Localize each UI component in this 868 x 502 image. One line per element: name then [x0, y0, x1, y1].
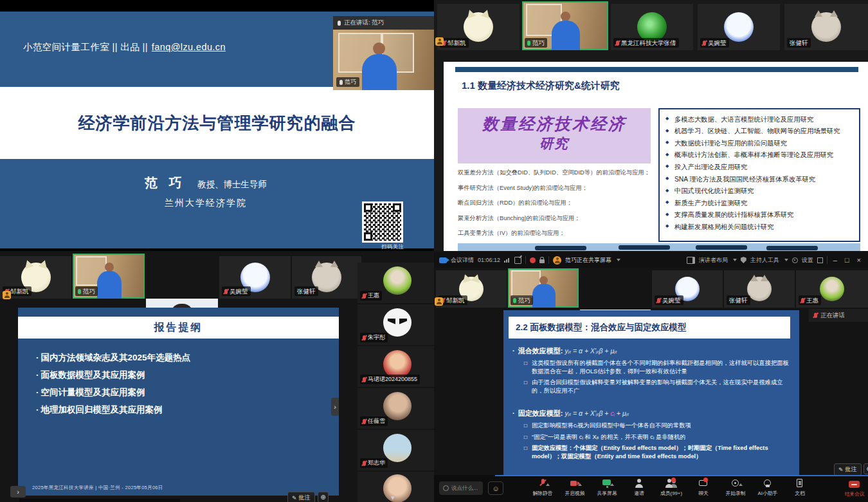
zoom-button[interactable]: ⊕	[863, 463, 868, 474]
participant-tile[interactable]: 吴婉莹	[219, 256, 291, 299]
record-button[interactable]: 开始录制	[722, 478, 749, 497]
chevron-up-icon[interactable]	[578, 483, 582, 486]
chevron-up-icon[interactable]	[610, 483, 614, 486]
mic-muted-icon	[363, 461, 366, 466]
share-screen-button[interactable]: 共享屏幕	[593, 478, 620, 497]
speaker-name: 范 巧	[145, 176, 186, 190]
divider	[827, 256, 827, 264]
invite-button[interactable]: 邀请	[626, 478, 653, 497]
participant-name: 范巧	[345, 78, 356, 86]
slide-speaker-band: 范 巧 教授、博士生导师 兰州大学经济学院 扫码关注	[0, 159, 434, 248]
minimize-button[interactable]: –	[831, 257, 839, 264]
participant-name: 范巧	[83, 287, 95, 295]
participant-tile[interactable]: 任薇雪	[357, 388, 437, 429]
chevron-up-icon[interactable]	[739, 483, 743, 486]
zoom-button[interactable]: ⊕	[318, 492, 329, 502]
mic-muted-icon	[363, 419, 366, 424]
document-icon	[793, 478, 806, 488]
divider	[548, 256, 549, 264]
chevron-down-icon	[784, 259, 788, 261]
quadrant-meeting-top: 邹新凯 范巧 黑龙江科技大学张倩 吴婉莹 张健轩 1.1 数量经济技术经济研究&…	[434, 0, 868, 251]
notification-badge	[703, 478, 708, 482]
ai-assistant-button[interactable]: AI小助手	[754, 478, 781, 497]
speaker-video-overlay[interactable]: 正在讲话: 范巧 范巧	[333, 16, 434, 90]
participant-name: 黑龙江科技大学张倩	[621, 39, 676, 47]
emoji-button[interactable]: ☺	[488, 481, 503, 495]
outline-item: 面板数据模型及其应用案例	[36, 366, 190, 384]
participant-tile[interactable]: 张健轩	[724, 270, 795, 308]
meeting-timer: 01:06:12	[478, 257, 500, 263]
participant-tile[interactable]: 范巧	[522, 1, 608, 50]
tool-label: 邀请	[626, 490, 653, 497]
participant-tile[interactable]: 范巧	[73, 254, 145, 299]
mic-muted-icon	[536, 478, 549, 488]
chat-button[interactable]: 聊天	[690, 478, 717, 497]
speaking-indicator: 正在讲话	[809, 309, 868, 322]
person-figure	[373, 42, 385, 55]
tool-label: AI小助手	[754, 490, 781, 497]
share-window-icon[interactable]	[514, 257, 521, 264]
participant-name: 范巧	[518, 296, 530, 304]
topic-item: 多模态大数据、大语言模型统计理论及应用研究	[665, 115, 854, 124]
fullscreen-icon[interactable]	[817, 257, 823, 263]
participant-tile[interactable]: 邹新凯	[436, 270, 507, 308]
annotate-button[interactable]: ✎ 批注	[834, 463, 862, 476]
participant-name: 邹新凯	[10, 287, 29, 295]
annotate-button[interactable]: ✎ 批注	[287, 492, 315, 502]
participant-name: 任薇雪	[368, 417, 385, 425]
mic-active-icon	[527, 41, 530, 46]
end-meeting-button[interactable]: 结束会议	[841, 480, 868, 497]
mixed-bullet: 由于混合回归模型假设解释变量对被解释变量的影响与横截面个体无关，这在现实中是很难…	[524, 378, 793, 395]
meeting-details-button[interactable]: 会议详情	[451, 256, 474, 265]
participant-tile[interactable]: 张健轩	[292, 256, 361, 299]
participant-tile[interactable]: 王惠	[357, 263, 437, 303]
topic-item: 新质生产力统计监测研究	[665, 199, 854, 208]
person-figure	[97, 271, 122, 299]
host-tools-menu[interactable]: 主持人工具	[750, 256, 779, 265]
annotate-label: 批注	[845, 465, 857, 474]
person-figure	[532, 284, 556, 308]
participant-tile[interactable]: 张健轩	[784, 4, 868, 50]
layout-menu[interactable]: 演讲者布局	[699, 256, 728, 265]
sidebar-collapse-chevron[interactable]: ›	[331, 398, 339, 416]
participant-tile[interactable]: 朱宇彤	[357, 304, 437, 345]
docs-button[interactable]: 文档	[786, 478, 813, 497]
chevron-up-icon[interactable]	[546, 483, 550, 486]
slide-accent-bar	[455, 67, 858, 72]
close-button[interactable]: ×	[855, 257, 863, 264]
mixed-effects-label: 混合效应模型:	[518, 347, 563, 355]
participant-tile[interactable]: 王惠	[796, 270, 868, 308]
participant-name: 吴婉莹	[662, 296, 681, 304]
scroll-down-chevron[interactable]: ▾	[391, 494, 395, 502]
qr-eye-icon	[364, 232, 372, 241]
lock-icon[interactable]	[539, 259, 545, 263]
start-video-button[interactable]: 开启视频	[561, 478, 588, 497]
outline-item: 地理加权回归模型及其应用案例	[36, 401, 190, 418]
toolbar-buttons: 解除静音 开启视频 共享屏幕 邀请 成员(99+) 聊天	[529, 478, 813, 497]
qr-code	[362, 201, 403, 243]
participant-tile[interactable]: 邹新凯	[437, 4, 520, 50]
avatar	[383, 434, 411, 462]
unmute-button[interactable]: 解除静音	[529, 478, 556, 497]
participant-tile[interactable]: 马珺珺2024200855	[357, 346, 437, 387]
participant-tile[interactable]: ▾	[357, 472, 437, 502]
sharing-status: 范巧正在共享屏幕	[565, 256, 611, 265]
outline-title: 报告提纲	[154, 321, 203, 335]
methods-list: 双重差分方法（如交叠DID、队列DID、空间DID等）的前沿理论与应用； 事件研…	[458, 169, 652, 251]
participant-tile[interactable]: 郑志华	[357, 430, 437, 470]
chevron-down-icon[interactable]	[617, 259, 620, 261]
lecture-title: 经济学前沿方法与管理学研究的融合	[78, 112, 356, 135]
chat-input[interactable]: 说点什么...	[439, 481, 483, 495]
participant-tile[interactable]: 吴婉莹	[652, 270, 723, 308]
expand-chevron[interactable]: ›	[10, 486, 26, 497]
members-button[interactable]: 成员(99+)	[658, 478, 685, 497]
mic-muted-icon	[703, 41, 706, 46]
participant-tile[interactable]: 范巧	[508, 268, 579, 308]
maximize-button[interactable]: □	[843, 257, 851, 264]
slide-heading: 1.1 数量经济技术经济研究&统计研究	[462, 80, 620, 92]
participant-tile[interactable]: 黑龙江科技大学张倩	[611, 4, 693, 50]
recording-icon[interactable]	[530, 257, 536, 263]
settings-button[interactable]: 设置	[802, 256, 813, 265]
email-link[interactable]: fanq@lzu.edu.cn	[152, 42, 226, 52]
participant-tile[interactable]: 吴婉莹	[698, 4, 780, 50]
